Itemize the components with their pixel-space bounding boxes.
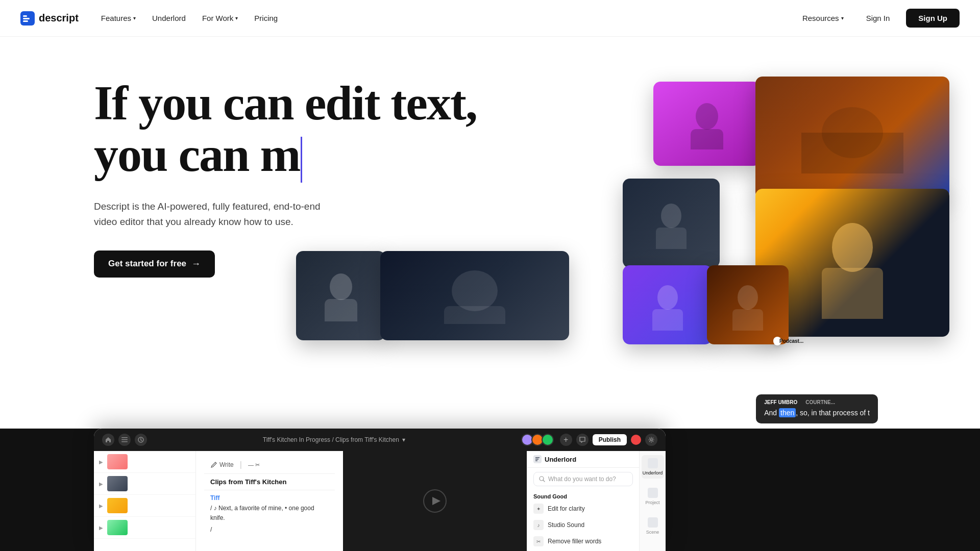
remove-filler-words-item[interactable]: ✂ Remove filler words — [527, 533, 639, 549]
record-button[interactable] — [631, 435, 641, 445]
video-card-3 — [755, 189, 949, 337]
svg-rect-17 — [325, 299, 357, 321]
caption-word-highlight: then — [779, 408, 796, 417]
nav-link-resources[interactable]: Resources ▾ — [796, 10, 850, 27]
breadcrumb: Tiff's Kitchen In Progress / Clips from … — [263, 436, 405, 443]
video-thumbnail-5 — [623, 265, 712, 344]
nav-link-for-work[interactable]: For Work ▾ — [196, 10, 244, 27]
nav-right: Resources ▾ Sign In Sign Up — [796, 9, 960, 28]
navbar: descript Features ▾ Underlord For Work ▾… — [0, 0, 980, 37]
search-icon — [539, 476, 545, 482]
logo-text: descript — [39, 12, 79, 24]
underlord-icon — [533, 455, 542, 463]
nav-links: Features ▾ Underlord For Work ▾ Pricing — [95, 10, 284, 27]
home-icon[interactable] — [102, 434, 114, 446]
clip-thumbnail-1 — [107, 454, 128, 469]
transcript-area: Write | — ✂ Clips from Tiff's Kitchen Ti… — [196, 451, 343, 551]
chevron-down-icon-3: ▾ — [841, 15, 844, 21]
hero-section: If you can edit text, you can m Descript… — [0, 37, 980, 551]
logo[interactable]: descript — [20, 11, 79, 26]
arrow-right-icon: → — [191, 259, 201, 269]
video-card-2 — [755, 77, 949, 199]
clip-item-2[interactable]: ▶ — [94, 473, 195, 495]
hero-headline: If you can edit text, you can m — [94, 78, 512, 183]
project-tab-icon — [648, 488, 658, 498]
topbar-right: + Publish — [521, 434, 657, 446]
caption-names: JEFF UMBRO COURTNE... — [764, 399, 870, 405]
caption-overlay: JEFF UMBRO COURTNE... And then, so, in t… — [756, 394, 878, 423]
video-thumbnail-4 — [623, 179, 720, 268]
edit-for-clarity-item[interactable]: ✦ Edit for clarity — [527, 500, 639, 517]
caption-name-right: COURTNE... — [805, 399, 835, 405]
app-content: ▶ ▶ ▶ ▶ — [94, 451, 666, 551]
underlord-header: Underlord — [527, 451, 639, 468]
chevron-down-icon: ▾ — [133, 15, 136, 21]
publish-button[interactable]: Publish — [593, 434, 627, 445]
topbar-left-icons — [102, 434, 147, 446]
caption-name-left: JEFF UMBRO — [764, 399, 797, 405]
nav-link-underlord[interactable]: Underlord — [146, 10, 192, 27]
video-card-main-2 — [380, 251, 569, 340]
comment-icon[interactable] — [576, 434, 589, 446]
sign-up-button[interactable]: Sign Up — [906, 9, 960, 28]
underlord-side-tabs: Underlord Project Scene — [639, 451, 666, 551]
video-card-4 — [623, 179, 720, 268]
video-thumbnail-1 — [653, 82, 761, 166]
text-cursor — [301, 137, 302, 183]
nav-left: descript Features ▾ Underlord For Work ▾… — [20, 10, 284, 27]
clip-thumbnail-4 — [107, 520, 128, 535]
side-tab-underlord-label: Underlord — [643, 470, 663, 475]
menu-icon[interactable] — [118, 434, 131, 446]
clip-thumbnail-2 — [107, 476, 128, 491]
svg-point-12 — [657, 285, 678, 310]
clip-item-4[interactable]: ▶ — [94, 517, 195, 539]
svg-rect-1 — [23, 15, 27, 17]
podcast-badge-label: Podcast... — [779, 338, 803, 344]
filler-words-icon: ✂ — [533, 536, 544, 546]
svg-rect-2 — [23, 18, 30, 19]
transcript-toolbar: Write | — ✂ — [204, 456, 335, 474]
user-avatars — [521, 434, 554, 446]
clip-list: ▶ ▶ ▶ ▶ — [94, 451, 196, 551]
transcript-line-2: / — [210, 525, 329, 535]
sound-good-section: Sound Good — [527, 490, 639, 500]
video-thumbnail-2 — [755, 77, 949, 199]
hero-content: If you can edit text, you can m Descript… — [94, 78, 512, 278]
edit-tools[interactable]: — ✂ — [248, 462, 260, 468]
write-button[interactable]: Write — [210, 461, 234, 468]
svg-point-10 — [661, 204, 681, 228]
side-tab-scene-label: Scene — [646, 530, 659, 535]
clip-item-3[interactable]: ▶ — [94, 495, 195, 517]
nav-link-pricing[interactable]: Pricing — [248, 10, 284, 27]
get-started-button[interactable]: Get started for free → — [94, 251, 215, 278]
underlord-title: Underlord — [533, 455, 576, 463]
chevron-icon: ▾ — [402, 436, 405, 443]
caption-text: And then, so, in that process of t — [764, 408, 870, 418]
sign-in-button[interactable]: Sign In — [858, 10, 898, 27]
svg-point-4 — [696, 103, 718, 130]
settings-icon[interactable] — [645, 434, 657, 446]
underlord-search[interactable]: What do you want to do? — [533, 472, 633, 486]
svg-rect-9 — [822, 268, 883, 319]
svg-point-24 — [650, 439, 652, 441]
divider-1: | — [240, 460, 242, 469]
clip-item-1[interactable]: ▶ — [94, 451, 195, 473]
svg-rect-20 — [121, 437, 128, 438]
studio-sound-item[interactable]: ♪ Studio Sound — [527, 517, 639, 533]
transcript-line: / ♪ Next, a favorite of mine, • one good… — [210, 504, 329, 523]
clip-thumbnail-3 — [107, 498, 128, 513]
side-tab-underlord[interactable]: Underlord — [642, 455, 664, 479]
add-collaborator-icon[interactable]: + — [560, 434, 572, 446]
nav-link-features[interactable]: Features ▾ — [95, 10, 142, 27]
side-tab-project[interactable]: Project — [642, 485, 664, 508]
hero-subtext: Descript is the AI-powered, fully featur… — [94, 199, 339, 230]
svg-point-8 — [832, 223, 873, 272]
video-card-main-1 — [296, 251, 385, 340]
transcript-content: Tiff / ♪ Next, a favorite of mine, • one… — [204, 490, 335, 539]
side-tab-scene[interactable]: Scene — [642, 514, 664, 538]
edit-clarity-icon: ✦ — [533, 504, 544, 514]
app-topbar: Tiff's Kitchen In Progress / Clips from … — [94, 429, 666, 451]
history-icon[interactable] — [135, 434, 147, 446]
svg-rect-6 — [801, 133, 903, 173]
video-thumbnail-3 — [755, 189, 949, 337]
